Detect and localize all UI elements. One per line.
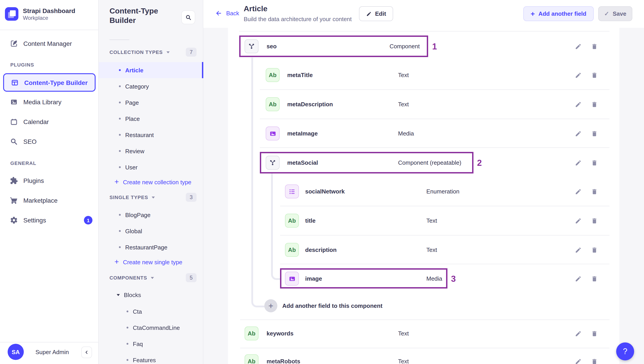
sidebar-item-global[interactable]: Global xyxy=(99,223,203,239)
field-name: title xyxy=(305,217,316,224)
delete-field-button[interactable] xyxy=(590,100,599,109)
edit-field-button[interactable] xyxy=(574,329,582,338)
chevron-down-icon xyxy=(151,196,155,199)
field-name: keywords xyxy=(266,330,294,337)
field-row-description: Ab description Text xyxy=(228,236,619,264)
plus-icon: + xyxy=(531,10,535,18)
delete-field-button[interactable] xyxy=(590,129,599,138)
sidebar-item-seo[interactable]: SEO xyxy=(3,133,96,150)
plus-circle-icon: + xyxy=(264,299,277,312)
sidebar-item-plugins[interactable]: Plugins xyxy=(3,172,96,190)
add-another-field-button[interactable]: + Add another field xyxy=(523,6,594,21)
delete-field-button[interactable] xyxy=(590,245,599,254)
sidebar-item-article[interactable]: Article xyxy=(99,62,203,78)
sidebar-item-marketplace[interactable]: Marketplace xyxy=(3,192,96,209)
sidebar-item-label: Calendar xyxy=(23,118,49,125)
edit-field-button[interactable] xyxy=(574,216,582,225)
sidebar-item-page[interactable]: Page xyxy=(99,94,203,111)
sidebar-item-cta[interactable]: Cta xyxy=(99,303,203,319)
general-section-label: GENERAL xyxy=(10,160,36,166)
sidebar-item-blogpage[interactable]: BlogPage xyxy=(99,207,203,223)
delete-field-button[interactable] xyxy=(590,71,599,80)
fields-card: seo Component Ab metaTitle Text Ab xyxy=(228,28,619,364)
back-label: Back xyxy=(226,10,239,17)
field-type: Enumeration xyxy=(426,188,459,195)
sidebar-item-category[interactable]: Category xyxy=(99,78,203,94)
field-type: Text xyxy=(398,72,409,78)
add-field-to-component-button[interactable]: + Add another field to this component xyxy=(264,299,382,312)
edit-field-button[interactable] xyxy=(574,71,582,80)
delete-field-button[interactable] xyxy=(590,357,599,364)
strapi-dashboard: Strapi Dashboard Workplace Content Manag… xyxy=(0,0,644,364)
single-types-header[interactable]: SINGLE TYPES 3 xyxy=(110,193,196,202)
single-types-label: SINGLE TYPES xyxy=(110,195,148,200)
edit-field-button[interactable] xyxy=(574,42,582,51)
components-count: 5 xyxy=(186,273,196,282)
enumeration-field-icon xyxy=(285,185,299,199)
field-type: Text xyxy=(398,101,409,108)
create-collection-type-link[interactable]: + Create new collection type xyxy=(114,175,192,189)
collapse-sidebar-button[interactable] xyxy=(81,346,92,358)
edit-label: Edit xyxy=(375,10,386,17)
edit-field-button[interactable] xyxy=(574,187,582,196)
edit-field-button[interactable] xyxy=(574,357,582,364)
puzzle-icon xyxy=(10,176,18,185)
sidebar-item-content-type-builder[interactable]: Content-Type Builder xyxy=(3,73,96,92)
delete-field-button[interactable] xyxy=(590,274,599,283)
sidebar-item-faq[interactable]: Faq xyxy=(99,336,203,352)
collection-types-count: 7 xyxy=(186,48,196,57)
bullet-icon xyxy=(126,343,128,345)
sidebar-item-settings[interactable]: Settings 1 xyxy=(3,211,96,229)
sidebar-item-restaurant[interactable]: Restaurant xyxy=(99,127,203,143)
delete-field-button[interactable] xyxy=(590,158,599,167)
delete-field-button[interactable] xyxy=(590,187,599,196)
chevron-down-icon xyxy=(166,51,170,54)
sidebar-item-user[interactable]: User xyxy=(99,159,203,175)
edit-field-button[interactable] xyxy=(574,274,582,283)
page-subtitle: Build the data architecture of your cont… xyxy=(244,16,352,23)
sidebar-item-media-library[interactable]: Media Library xyxy=(3,93,96,111)
annotation-number-1: 1 xyxy=(432,42,437,52)
sidebar-item-place[interactable]: Place xyxy=(99,111,203,127)
sidebar-item-label: Media Library xyxy=(23,98,62,106)
sidebar-group-blocks[interactable]: Blocks xyxy=(116,287,141,303)
media-field-icon xyxy=(285,272,299,286)
sidebar-item-calendar[interactable]: Calendar xyxy=(3,113,96,131)
delete-field-button[interactable] xyxy=(590,329,599,338)
field-type: Component (repeatable) xyxy=(398,159,461,166)
brand[interactable]: Strapi Dashboard Workplace xyxy=(5,7,75,22)
bullet-icon xyxy=(119,214,121,216)
search-button[interactable] xyxy=(181,10,195,24)
create-collection-type-label: Create new collection type xyxy=(123,179,192,185)
edit-field-button[interactable] xyxy=(574,129,582,138)
sidebar-item-label: Content Manager xyxy=(23,40,72,47)
delete-field-button[interactable] xyxy=(590,42,599,51)
gear-icon xyxy=(10,216,18,224)
edit-field-button[interactable] xyxy=(574,100,582,109)
field-type: Text xyxy=(426,217,437,224)
edit-button[interactable]: Edit xyxy=(359,6,393,21)
delete-field-button[interactable] xyxy=(590,216,599,225)
bullet-icon xyxy=(119,246,121,248)
edit-field-button[interactable] xyxy=(574,158,582,167)
builder-title: Content-Type Builder xyxy=(110,6,177,25)
single-type-label: BlogPage xyxy=(125,212,150,218)
back-button[interactable]: Back xyxy=(215,10,239,17)
help-button[interactable]: ? xyxy=(616,342,634,360)
sidebar-item-ctacommandline[interactable]: CtaCommandLine xyxy=(99,319,203,336)
sidebar-item-content-manager[interactable]: Content Manager xyxy=(3,35,96,53)
edit-field-button[interactable] xyxy=(574,245,582,254)
collection-types-header[interactable]: COLLECTION TYPES 7 xyxy=(110,48,196,57)
save-button[interactable]: ✓ Save xyxy=(598,6,632,21)
create-single-type-label: Create new single type xyxy=(123,259,182,265)
sidebar-item-restaurantpage[interactable]: RestaurantPage xyxy=(99,239,203,255)
field-type: Text xyxy=(426,247,437,253)
bullet-icon xyxy=(126,310,128,312)
avatar[interactable]: SA xyxy=(8,344,24,360)
sidebar-item-features[interactable]: Features xyxy=(99,352,203,364)
sidebar-item-review[interactable]: Review xyxy=(99,143,203,159)
arrow-left-icon xyxy=(215,10,222,17)
collection-type-label: Review xyxy=(125,148,144,154)
create-single-type-link[interactable]: + Create new single type xyxy=(114,255,182,269)
components-header[interactable]: COMPONENTS 5 xyxy=(110,273,196,282)
